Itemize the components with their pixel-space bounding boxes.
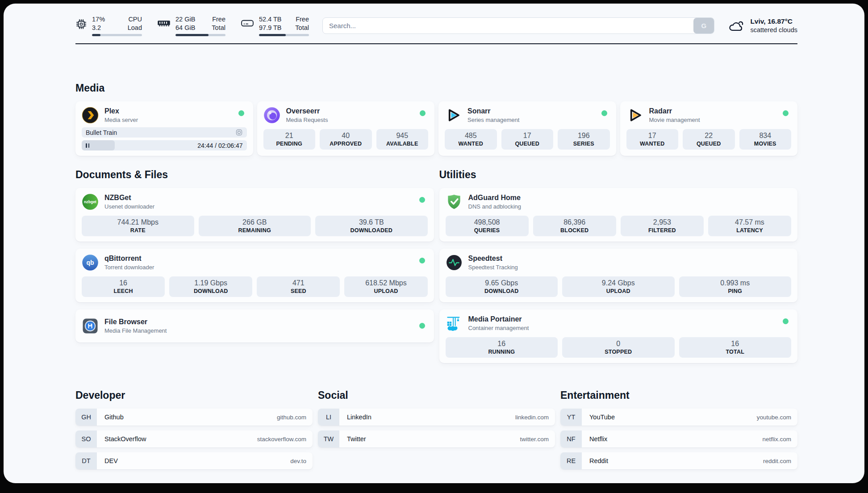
memory-free-value: 22 GiB xyxy=(175,15,195,24)
portainer-name: Media Portainer xyxy=(468,315,529,324)
nzbget-icon: nzbget xyxy=(82,193,99,210)
entertainment-section-title: Entertainment xyxy=(560,389,797,401)
app-card-adguard[interactable]: AdGuard Home DNS and adblocking 498,508 … xyxy=(439,188,798,242)
bookmark-netflix[interactable]: NF Netflix netflix.com xyxy=(560,430,797,447)
cpu-load-value: 3.2 xyxy=(92,24,101,32)
reddit-url: reddit.com xyxy=(763,458,791,464)
radarr-status-dot xyxy=(783,110,789,116)
adguard-stat-blocked: 86,396 BLOCKED xyxy=(533,216,616,236)
memory-stat: 22 GiB Free 64 GiB Total xyxy=(157,15,225,36)
memory-progress-fill xyxy=(175,34,209,36)
sonarr-stat-series: 196 SERIES xyxy=(558,129,610,150)
weather-location-temp: Lviv, 16.87°C xyxy=(750,17,797,26)
radarr-stat-queued: 22 QUEUED xyxy=(683,129,735,150)
disk-total-value: 97.9 TB xyxy=(259,24,282,32)
dashboard-page: 17% CPU 3.2 Load xyxy=(4,4,864,483)
twitter-url: twitter.com xyxy=(520,436,549,443)
adguard-icon xyxy=(446,193,463,210)
dev-url: dev.to xyxy=(290,458,306,464)
app-card-nzbget[interactable]: nzbget NZBGet Usenet downloader 744.21 M… xyxy=(75,188,434,242)
portainer-stat-running: 16 RUNNING xyxy=(446,337,558,358)
bookmark-github[interactable]: GH Github github.com xyxy=(75,409,313,426)
cpu-usage-value: 17% xyxy=(92,15,105,24)
radarr-stat-movies: 834 MOVIES xyxy=(739,129,792,150)
cpu-icon xyxy=(75,18,87,30)
nzbget-stat-downloaded: 39.6 TB DOWNLOADED xyxy=(315,216,428,236)
section-social: Social LI LinkedIn linkedin.com TW Twitt… xyxy=(318,389,555,469)
disk-stat: 52.4 TB Free 97.9 TB Total xyxy=(241,15,309,36)
qbittorrent-stat-download: 1.19 Gbps DOWNLOAD xyxy=(169,276,252,297)
svg-text:qb: qb xyxy=(86,259,94,266)
stackoverflow-abbr: SO xyxy=(75,430,97,447)
app-card-filebrowser[interactable]: File Browser Media File Management xyxy=(75,309,434,343)
section-media: Media Plex Media serv xyxy=(75,82,797,156)
overseerr-name: Overseerr xyxy=(286,107,328,116)
bookmark-dev[interactable]: DT DEV dev.to xyxy=(75,452,313,469)
app-card-qbittorrent[interactable]: qb qBittorrent Torrent downloader 16 xyxy=(75,249,434,302)
youtube-abbr: YT xyxy=(560,409,582,426)
linkedin-url: linkedin.com xyxy=(515,414,549,421)
sonarr-stat-queued: 17 QUEUED xyxy=(501,129,554,150)
app-card-speedtest[interactable]: Speedtest Speedtest Tracking 9.65 Gbps D… xyxy=(439,249,798,302)
app-card-radarr[interactable]: Radarr Movie management 17 WANTED 22 QUE… xyxy=(620,101,798,156)
cpu-label: CPU xyxy=(128,15,142,24)
portainer-description: Container management xyxy=(468,324,529,332)
app-card-sonarr[interactable]: Sonarr Series management 485 WANTED 17 Q… xyxy=(438,101,616,156)
memory-free-label: Free xyxy=(212,15,225,24)
radarr-name: Radarr xyxy=(649,107,700,116)
social-section-title: Social xyxy=(318,389,555,401)
bookmark-youtube[interactable]: YT YouTube youtube.com xyxy=(560,409,797,426)
radarr-icon xyxy=(626,107,643,124)
speedtest-stat-ping: 0.993 ms PING xyxy=(679,276,792,297)
bookmark-stackoverflow[interactable]: SO StackOverflow stackoverflow.com xyxy=(75,430,313,447)
stackoverflow-name: StackOverflow xyxy=(104,435,146,443)
bookmark-twitter[interactable]: TW Twitter twitter.com xyxy=(318,430,555,447)
cpu-stat: 17% CPU 3.2 Load xyxy=(75,15,142,36)
qbittorrent-icon: qb xyxy=(82,254,99,271)
github-abbr: GH xyxy=(75,409,97,426)
bookmark-linkedin[interactable]: LI LinkedIn linkedin.com xyxy=(318,409,555,426)
disk-total-label: Total xyxy=(295,24,309,32)
utilities-section-title: Utilities xyxy=(439,168,798,181)
qbittorrent-stat-seed: 471 SEED xyxy=(257,276,340,297)
filebrowser-icon xyxy=(82,318,99,334)
app-card-portainer[interactable]: Media Portainer Container management 16 … xyxy=(439,309,798,363)
search-input[interactable] xyxy=(322,17,714,34)
section-documents: Documents & Files xyxy=(75,168,434,363)
adguard-name: AdGuard Home xyxy=(468,193,522,202)
cpu-progress-track xyxy=(92,34,142,36)
speedtest-icon xyxy=(446,254,463,271)
media-section-title: Media xyxy=(75,82,797,94)
linkedin-name: LinkedIn xyxy=(347,414,371,421)
developer-section-title: Developer xyxy=(75,389,313,401)
github-name: Github xyxy=(104,414,124,421)
reddit-abbr: RE xyxy=(560,452,582,469)
disk-progress-track xyxy=(259,34,309,36)
speedtest-stat-download: 9.65 Gbps DOWNLOAD xyxy=(446,276,558,297)
dev-name: DEV xyxy=(104,457,118,464)
qbittorrent-name: qBittorrent xyxy=(104,254,154,263)
bookmark-reddit[interactable]: RE Reddit reddit.com xyxy=(560,452,797,469)
filebrowser-name: File Browser xyxy=(104,318,167,326)
app-card-plex[interactable]: Plex Media server Bullet Train xyxy=(75,101,253,156)
overseerr-stat-approved: 40 APPROVED xyxy=(320,129,372,150)
search-provider-button[interactable]: G xyxy=(693,18,714,33)
sonarr-description: Series management xyxy=(467,116,519,124)
weather-widget: Lviv, 16.87°C scattered clouds xyxy=(728,17,797,34)
qbittorrent-status-dot xyxy=(419,258,425,263)
memory-total-label: Total xyxy=(212,24,225,32)
reddit-name: Reddit xyxy=(589,457,608,464)
twitter-name: Twitter xyxy=(347,435,366,443)
portainer-stat-total: 16 TOTAL xyxy=(679,337,792,358)
documents-section-title: Documents & Files xyxy=(75,168,434,181)
github-url: github.com xyxy=(277,414,306,421)
overseerr-stat-available: 945 AVAILABLE xyxy=(376,129,429,150)
pause-icon xyxy=(86,143,89,148)
portainer-status-dot xyxy=(783,318,789,324)
search-bar: G xyxy=(322,17,714,34)
nzbget-stat-rate: 744.21 Mbps RATE xyxy=(82,216,194,236)
app-card-overseerr[interactable]: Overseerr Media Requests 21 PENDING 40 A… xyxy=(257,101,435,156)
radarr-description: Movie management xyxy=(649,116,700,124)
cpu-progress-fill xyxy=(92,34,100,36)
youtube-name: YouTube xyxy=(589,414,615,421)
